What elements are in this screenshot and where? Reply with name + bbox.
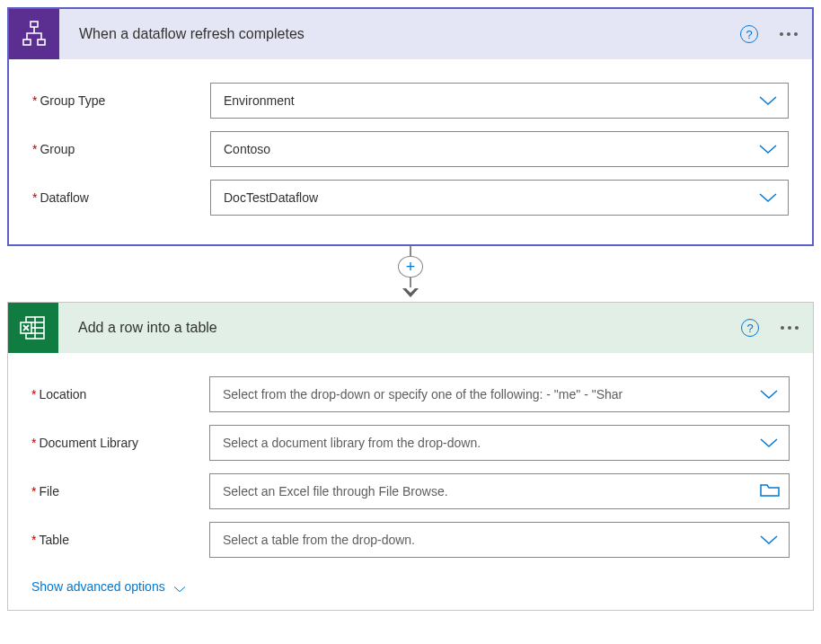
trigger-header[interactable]: When a dataflow refresh completes ? (9, 9, 812, 59)
file-picker[interactable]: Select an Excel file through File Browse… (209, 473, 790, 509)
select-value: DocTestDataflow (224, 190, 757, 205)
show-advanced-options-link[interactable]: Show advanced options (31, 579, 187, 594)
trigger-card: When a dataflow refresh completes ? *Gro… (7, 7, 814, 246)
more-menu-button[interactable] (779, 321, 800, 335)
chevron-down-icon (758, 388, 780, 401)
svg-rect-0 (31, 22, 38, 27)
dataflow-select[interactable]: DocTestDataflow (210, 180, 789, 216)
field-dataflow: *Dataflow DocTestDataflow (32, 180, 789, 216)
field-group: *Group Contoso (32, 131, 789, 167)
chevron-down-icon (758, 437, 780, 449)
field-label: *Document Library (31, 436, 209, 450)
group-type-select[interactable]: Environment (210, 83, 789, 119)
document-library-select[interactable]: Select a document library from the drop-… (209, 425, 790, 461)
more-menu-button[interactable] (778, 27, 799, 41)
field-label: *Dataflow (32, 190, 210, 205)
action-body: *Location Select from the drop-down or s… (8, 353, 813, 610)
trigger-body: *Group Type Environment *Group Contoso *… (9, 59, 812, 244)
group-select[interactable]: Contoso (210, 131, 789, 167)
select-value: Contoso (224, 142, 757, 156)
field-label: *Group Type (32, 93, 210, 108)
field-location: *Location Select from the drop-down or s… (31, 376, 790, 412)
select-placeholder: Select from the drop-down or specify one… (223, 387, 758, 401)
action-card: Add a row into a table ? *Location Selec… (7, 302, 814, 611)
dataflow-connector-icon (9, 9, 59, 59)
select-placeholder: Select a document library from the drop-… (223, 436, 758, 450)
add-step-button[interactable]: + (398, 256, 423, 278)
location-select[interactable]: Select from the drop-down or specify one… (209, 376, 790, 412)
table-select[interactable]: Select a table from the drop-down. (209, 522, 790, 558)
field-label: *File (31, 484, 209, 498)
svg-rect-1 (23, 40, 31, 45)
arrow-down-icon (402, 287, 419, 302)
field-document-library: *Document Library Select a document libr… (31, 425, 790, 461)
chevron-down-icon (757, 191, 779, 204)
select-value: Environment (224, 93, 757, 108)
chevron-down-icon (757, 94, 779, 107)
action-header[interactable]: Add a row into a table ? (8, 303, 813, 353)
trigger-title: When a dataflow refresh completes (79, 26, 740, 42)
chevron-down-icon (758, 534, 780, 546)
folder-icon (760, 483, 780, 500)
field-label: *Group (32, 142, 210, 156)
field-group-type: *Group Type Environment (32, 83, 789, 119)
select-placeholder: Select an Excel file through File Browse… (223, 484, 760, 498)
step-connector: + (7, 246, 814, 302)
field-label: *Location (31, 387, 209, 401)
action-title: Add a row into a table (78, 320, 741, 336)
svg-rect-2 (38, 40, 45, 45)
help-icon[interactable]: ? (741, 319, 759, 337)
excel-connector-icon (8, 303, 58, 353)
chevron-down-icon (172, 582, 187, 591)
select-placeholder: Select a table from the drop-down. (223, 533, 758, 547)
help-icon[interactable]: ? (740, 25, 758, 43)
field-table: *Table Select a table from the drop-down… (31, 522, 790, 558)
field-file: *File Select an Excel file through File … (31, 473, 790, 509)
field-label: *Table (31, 533, 209, 547)
chevron-down-icon (757, 143, 779, 155)
